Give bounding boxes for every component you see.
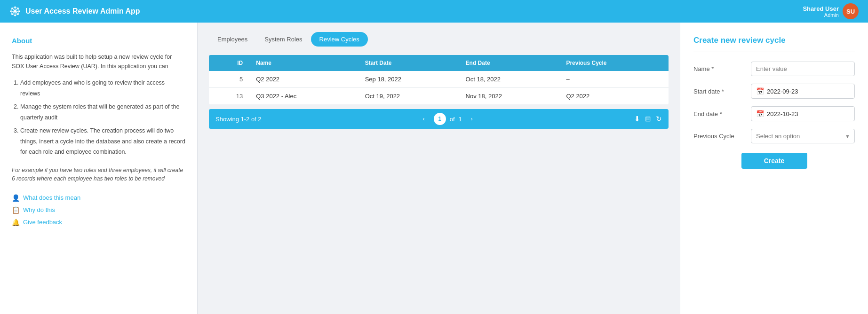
start-date-label: Start date * — [693, 88, 745, 95]
refresh-icon[interactable]: ↻ — [656, 115, 662, 123]
pagination-showing: Showing 1-2 of 2 — [215, 116, 262, 123]
sidebar: About This application was built to help… — [0, 23, 198, 314]
col-id: ID — [209, 55, 249, 71]
cell-name: Q3 2022 - Alec — [249, 88, 358, 105]
list-item: Manage the system roles that will be gen… — [20, 102, 185, 123]
bell-icon: 🔔 — [12, 219, 20, 226]
sidebar-description: This application was built to help setup… — [12, 52, 185, 71]
total-pages: 1 — [459, 116, 462, 123]
col-end-date: End Date — [459, 55, 560, 71]
link-give-feedback[interactable]: 🔔 Give feedback — [12, 219, 185, 226]
table-row: 13 Q3 2022 - Alec Oct 19, 2022 Nov 18, 2… — [209, 88, 669, 105]
avatar: SU — [843, 3, 859, 19]
tab-system-roles[interactable]: System Roles — [256, 32, 311, 47]
link-label: Why do this — [23, 206, 55, 213]
sidebar-links: 👤 What does this mean 📋 Why do this 🔔 Gi… — [12, 194, 185, 226]
of-label: of — [450, 116, 455, 123]
cell-id: 5 — [209, 71, 249, 88]
cell-end-date: Nov 18, 2022 — [459, 88, 560, 105]
tab-employees[interactable]: Employees — [209, 32, 256, 47]
previous-cycle-label: Previous Cycle — [693, 133, 745, 140]
cell-id: 13 — [209, 88, 249, 105]
end-date-input[interactable] — [767, 110, 850, 118]
cell-start-date: Sep 18, 2022 — [358, 71, 459, 88]
header-user-name: Shared User — [803, 5, 839, 12]
right-panel: Create new review cycle Name * Start dat… — [680, 23, 868, 314]
name-input[interactable] — [751, 62, 855, 76]
panel-title: Create new review cycle — [693, 36, 855, 45]
form-row-name: Name * — [693, 62, 855, 76]
table-container: ID Name Start Date End Date Previous Cyc… — [209, 55, 669, 305]
col-name: Name — [249, 55, 358, 71]
col-start-date: Start Date — [358, 55, 459, 71]
header-user-role: Admin — [803, 12, 839, 18]
header-right: Shared User Admin SU — [803, 3, 859, 19]
pagination-center: ‹ 1 of 1 › — [418, 113, 478, 125]
calendar-icon: 📅 — [756, 87, 764, 95]
pagination-icons: ⬇ ⊟ ↻ — [634, 115, 662, 123]
cell-end-date: Oct 18, 2022 — [459, 71, 560, 88]
sidebar-title: About — [12, 37, 185, 45]
sidebar-list: Add employees and who is going to review… — [12, 78, 185, 157]
list-item: Add employees and who is going to review… — [20, 78, 185, 99]
page-1-button[interactable]: 1 — [434, 113, 446, 125]
pagination-bar: Showing 1-2 of 2 ‹ 1 of 1 › ⬇ ⊟ ↻ — [209, 109, 669, 129]
tab-review-cycles[interactable]: Review Cycles — [311, 32, 368, 47]
link-label: What does this mean — [23, 194, 80, 201]
link-label: Give feedback — [23, 219, 62, 226]
header-app-title: User Access Review Admin App — [25, 7, 140, 16]
previous-cycle-select-wrap: Select an option Q2 2022 Q3 2022 ▼ — [751, 129, 855, 143]
table-header-row: ID Name Start Date End Date Previous Cyc… — [209, 55, 669, 71]
tab-bar: Employees System Roles Review Cycles — [209, 32, 669, 47]
list-item: Create new review cycles. The creation p… — [20, 126, 185, 157]
header-user-info: Shared User Admin — [803, 5, 839, 18]
form-row-end-date: End date * 📅 — [693, 106, 855, 121]
table-row: 5 Q2 2022 Sep 18, 2022 Oct 18, 2022 – — [209, 71, 669, 88]
cell-name: Q2 2022 — [249, 71, 358, 88]
previous-cycle-select[interactable]: Select an option Q2 2022 Q3 2022 — [751, 129, 855, 143]
cell-start-date: Oct 19, 2022 — [358, 88, 459, 105]
name-label: Name * — [693, 65, 745, 72]
link-what-does-this-mean[interactable]: 👤 What does this mean — [12, 194, 185, 202]
sidebar-italic-note: For example if you have two roles and th… — [12, 166, 185, 183]
cell-previous-cycle: Q2 2022 — [559, 88, 669, 105]
cell-previous-cycle: – — [559, 71, 669, 88]
filter-icon[interactable]: ⊟ — [645, 115, 651, 123]
person-icon: 👤 — [12, 194, 20, 202]
create-button[interactable]: Create — [741, 153, 807, 169]
start-date-input[interactable] — [767, 88, 850, 95]
calendar-icon-2: 📅 — [756, 110, 764, 118]
next-page-button[interactable]: › — [466, 113, 478, 125]
prev-page-button[interactable]: ‹ — [418, 113, 430, 125]
form-row-start-date: Start date * 📅 — [693, 84, 855, 99]
col-previous-cycle: Previous Cycle — [559, 55, 669, 71]
review-cycles-table: ID Name Start Date End Date Previous Cyc… — [209, 55, 669, 104]
content-area: Employees System Roles Review Cycles ID … — [198, 23, 680, 314]
panel-divider — [693, 52, 855, 52]
clipboard-icon: 📋 — [12, 206, 20, 214]
form-row-previous-cycle: Previous Cycle Select an option Q2 2022 … — [693, 129, 855, 143]
snowflake-logo — [9, 6, 21, 17]
main-layout: About This application was built to help… — [0, 23, 868, 314]
header-left: User Access Review Admin App — [9, 6, 140, 17]
header: User Access Review Admin App Shared User… — [0, 0, 868, 23]
end-date-label: End date * — [693, 110, 745, 118]
download-icon[interactable]: ⬇ — [634, 115, 640, 123]
link-why-do-this[interactable]: 📋 Why do this — [12, 206, 185, 214]
